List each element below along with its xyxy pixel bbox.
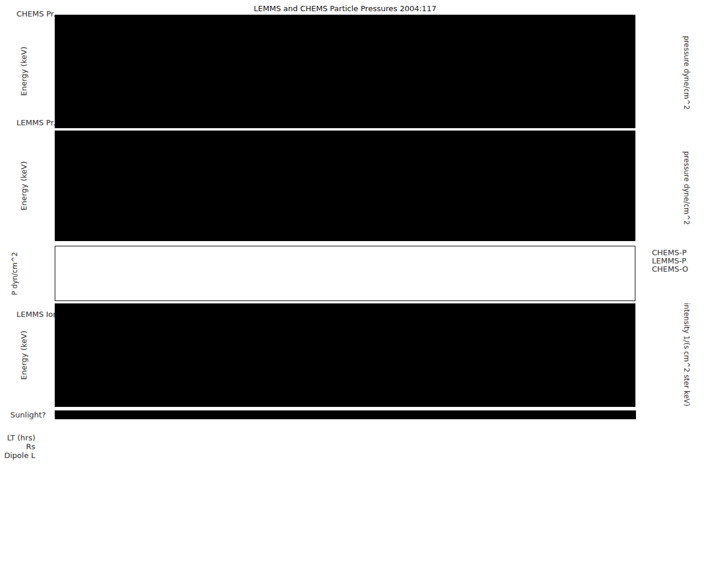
cb2-pressure-colorbar-label: pressure dyne/cm^2 [682, 135, 691, 241]
legend-line-lemms-p-icon [640, 258, 650, 263]
cb1-pressure-colorbar-label: pressure dyne/cm^2 [682, 18, 691, 128]
pressure-line-plot-panel [55, 246, 635, 301]
panel-label-sunlight: Sunlight? [0, 410, 46, 419]
legend-label-chems-p: CHEMS-P [652, 248, 687, 257]
legend-item-chems-p: CHEMS-P [640, 248, 687, 256]
page-title: LEMMS and CHEMS Particle Pressures 2004:… [55, 4, 635, 13]
legend-line-chems-o-icon [640, 266, 650, 272]
sunlight-strip [55, 410, 636, 419]
cb4-intensity-colorbar-label: intensity 1/(s cm^2 ster keV) [682, 302, 691, 407]
legend-item-lemms-p: LEMMS-P [640, 256, 687, 265]
ephemeris-row-label-lt: LT (hrs) [0, 433, 35, 442]
ephemeris-row-label-rs: Rs [0, 442, 35, 451]
ephemeris-row-label-dipole: Dipole L [0, 451, 35, 460]
p4-energy-axis-label: Energy (keV) [19, 303, 28, 407]
lemms-ions-spectrogram-panel [55, 303, 635, 407]
legend-line-chems-p-icon [640, 249, 650, 255]
chems-pressure-spectrogram-panel [55, 15, 635, 128]
legend-item-chems-o: CHEMS-O [640, 265, 688, 273]
legend-label-chems-o: CHEMS-O [652, 265, 688, 273]
p3-pressure-axis-label: P dyn/cm^2 [11, 246, 19, 301]
figure-lemms-chems-particle-pressures: LEMMS and CHEMS Particle Pressures 2004:… [0, 0, 706, 588]
p1-energy-axis-label: Energy (keV) [19, 15, 28, 128]
lemms-pressure-spectrogram-panel [55, 131, 635, 241]
p2-energy-axis-label: Energy (keV) [19, 131, 28, 241]
legend-label-lemms-p: LEMMS-P [652, 256, 687, 265]
